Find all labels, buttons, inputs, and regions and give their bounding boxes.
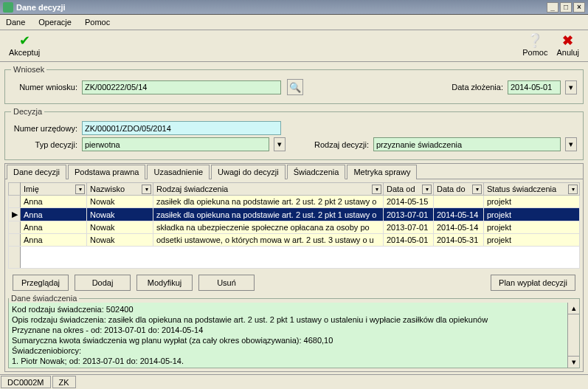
col-rodzaj[interactable]: Rodzaj świadczenia▾ (153, 183, 384, 196)
grid-panel: Imię▾ Nazwisko▾ Rodzaj świadczenia▾ Data… (5, 179, 583, 272)
details-text: Kod rodzaju świadczenia: 502400 Opis rod… (9, 303, 579, 368)
cell-rodzaj: zasiłek dla opiekuna na podstawie art. 2… (153, 208, 384, 221)
cancel-icon: ✖ (561, 33, 575, 48)
decyzja-group: Decyzja Numer urzędowy: Typ decyzji: ▾ R… (4, 107, 584, 160)
chevron-down-icon: ▾ (277, 140, 282, 149)
pomoc-button[interactable]: ❔ Pomoc (518, 32, 552, 58)
tabset: Dane decyzji Podstawa prawna Uzasadnieni… (4, 163, 584, 372)
details-line: Kod rodzaju świadczenia: 502400 (12, 304, 576, 314)
col-data-do[interactable]: Data do▾ (434, 183, 484, 196)
cell-status: projekt (484, 234, 580, 247)
minimize-button[interactable]: _ (547, 2, 558, 13)
usun-button[interactable]: Usuń (198, 275, 255, 291)
wniosek-legend: Wniosek (11, 65, 46, 74)
table-row[interactable]: Anna Nowak zasiłek dla opiekuna na podst… (9, 196, 580, 208)
cell-data-od: 2014-05-15 (384, 196, 434, 208)
cell-nazwisko: Nowak (87, 208, 153, 221)
modyfikuj-button[interactable]: Modyfikuj (136, 275, 193, 291)
anuluj-button[interactable]: ✖ Anuluj (552, 32, 584, 58)
filter-icon[interactable]: ▾ (75, 185, 85, 194)
rodzaj-decyzji-select[interactable] (373, 137, 561, 151)
menu-operacje[interactable]: Operacje (35, 16, 75, 28)
title-bar: Dane decyzji _ □ × (0, 0, 588, 15)
anuluj-label: Anuluj (556, 48, 579, 57)
cell-imie: Anna (21, 234, 87, 247)
cell-rodzaj: odsetki ustawowe, o których mowa w art. … (153, 234, 384, 247)
close-button[interactable]: × (573, 2, 585, 13)
cell-data-do: 2014-05-14 (434, 221, 484, 234)
tab-metryka[interactable]: Metryka sprawy (347, 165, 417, 179)
numer-urzedowy-input[interactable] (82, 121, 281, 135)
col-imie[interactable]: Imię▾ (21, 183, 87, 196)
table-row[interactable]: Anna Nowak odsetki ustawowe, o których m… (9, 234, 580, 247)
details-scrollbar[interactable]: ▴ ▾ (567, 303, 579, 368)
chevron-down-icon: ▾ (569, 140, 573, 149)
details-line: Świadczeniobiorcy: (12, 345, 576, 356)
row-pointer (9, 196, 21, 208)
filter-icon[interactable]: ▾ (568, 185, 578, 194)
cell-status: projekt (484, 208, 580, 221)
grid-buttons: Przeglądaj Dodaj Modyfikuj Usuń Plan wyp… (5, 272, 583, 294)
menu-pomoc[interactable]: Pomoc (82, 16, 113, 28)
cell-data-do: 2014-05-31 (434, 234, 484, 247)
akceptuj-label: Akceptuj (9, 48, 40, 57)
empty-row (9, 247, 580, 269)
filter-icon[interactable]: ▾ (472, 185, 482, 194)
typ-decyzji-dropdown[interactable]: ▾ (274, 137, 286, 151)
row-selector-header (9, 183, 21, 196)
typ-decyzji-label: Typ decyzji: (11, 140, 77, 149)
filter-icon[interactable]: ▾ (372, 185, 381, 194)
cell-rodzaj: zasiłek dla opiekuna na podstawie art. 2… (153, 196, 384, 208)
cell-rodzaj: składka na ubezpieczenie społeczne opłac… (153, 221, 384, 234)
numer-wniosku-input[interactable] (82, 80, 281, 94)
cell-data-do: 2014-05-14 (434, 208, 484, 221)
col-data-od[interactable]: Data od▾ (384, 183, 434, 196)
tab-uwagi[interactable]: Uwagi do decyzji (211, 165, 286, 179)
dodaj-button[interactable]: Dodaj (75, 275, 131, 291)
status-bar: DC0002M ZK (0, 374, 588, 389)
tab-dane-decyzji[interactable]: Dane decyzji (7, 165, 66, 179)
typ-decyzji-select[interactable] (82, 137, 269, 151)
swiadczenia-grid[interactable]: Imię▾ Nazwisko▾ Rodzaj świadczenia▾ Data… (8, 182, 580, 269)
tab-uzasadnienie[interactable]: Uzasadnienie (147, 165, 210, 179)
cell-imie: Anna (21, 208, 87, 221)
cell-nazwisko: Nowak (87, 234, 153, 247)
table-row[interactable]: ▶ Anna Nowak zasiłek dla opiekuna na pod… (9, 208, 580, 221)
details-line: 1. Piotr Nowak; od: 2013-07-01 do: 2014-… (12, 356, 576, 366)
data-zlozenia-input[interactable] (508, 80, 561, 94)
tab-swiadczenia[interactable]: Świadczenia (287, 165, 346, 179)
chevron-down-icon: ▾ (569, 83, 573, 92)
filter-icon[interactable]: ▾ (422, 185, 432, 194)
data-zlozenia-dropdown[interactable]: ▾ (565, 80, 577, 94)
rodzaj-decyzji-dropdown[interactable]: ▾ (565, 137, 577, 151)
rodzaj-decyzji-label: Rodzaj decyzji: (302, 140, 369, 149)
tab-podstawa-prawna[interactable]: Podstawa prawna (68, 165, 145, 179)
cell-status: projekt (484, 221, 580, 234)
maximize-button[interactable]: □ (560, 2, 572, 13)
app-icon (3, 2, 13, 13)
table-row[interactable]: Anna Nowak składka na ubezpieczenie społ… (9, 221, 580, 234)
cell-data-do (434, 196, 484, 208)
wniosek-group: Wniosek Numer wniosku: 🔍 Data złożenia: … (4, 65, 584, 104)
pomoc-label: Pomoc (522, 48, 547, 57)
plan-wyplat-button[interactable]: Plan wypłat decyzji (491, 275, 575, 291)
menu-bar: Dane Operacje Pomoc (0, 15, 588, 30)
status-cell-2: ZK (52, 376, 76, 388)
toolbar: ✔ Akceptuj ❔ Pomoc ✖ Anuluj (0, 30, 588, 62)
details-legend: Dane świadczenia (9, 294, 79, 303)
przegladaj-button[interactable]: Przeglądaj (13, 275, 69, 291)
menu-dane[interactable]: Dane (3, 16, 28, 28)
scroll-up-icon[interactable]: ▴ (568, 303, 579, 314)
numer-wniosku-label: Numer wniosku: (11, 83, 77, 92)
col-nazwisko[interactable]: Nazwisko▾ (87, 183, 153, 196)
cell-data-od: 2014-05-01 (384, 234, 434, 247)
cell-data-od: 2013-07-01 (384, 208, 434, 221)
row-pointer: ▶ (9, 208, 21, 221)
scroll-down-icon[interactable]: ▾ (568, 356, 579, 368)
akceptuj-button[interactable]: ✔ Akceptuj (4, 32, 44, 58)
col-status[interactable]: Status świadczenia▾ (484, 183, 580, 196)
tab-strip: Dane decyzji Podstawa prawna Uzasadnieni… (5, 164, 583, 179)
lookup-wniosek-button[interactable]: 🔍 (287, 79, 303, 95)
filter-icon[interactable]: ▾ (142, 185, 151, 194)
window-title: Dane decyzji (16, 3, 66, 12)
